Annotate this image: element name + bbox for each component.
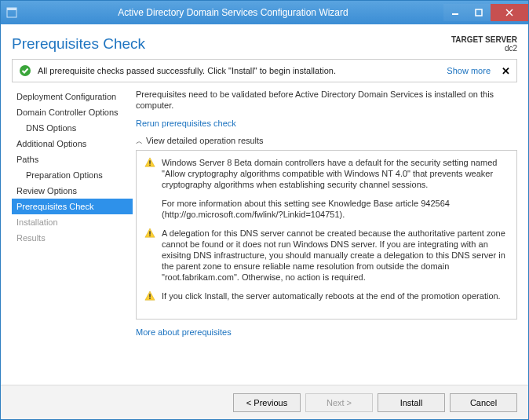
sidebar-item: Installation — [12, 214, 133, 230]
rerun-link[interactable]: Rerun prerequisites check — [136, 119, 517, 128]
footer: < Previous Next > Install Cancel — [1, 385, 528, 419]
svg-rect-11 — [149, 294, 150, 297]
svg-rect-3 — [476, 9, 482, 16]
sidebar-item[interactable]: Deployment Configuration — [12, 89, 133, 104]
maximize-button[interactable] — [467, 4, 491, 21]
show-more-link[interactable]: Show more — [447, 66, 491, 75]
sidebar-item: Results — [12, 230, 133, 246]
success-icon — [19, 64, 31, 77]
sidebar-item[interactable]: Review Options — [12, 183, 133, 199]
svg-rect-12 — [149, 298, 150, 299]
status-message: All prerequisite checks passed successfu… — [38, 66, 440, 75]
intro-text: Prerequisites need to be validated befor… — [136, 89, 517, 111]
content-area: Prerequisites Check TARGET SERVER dc2 Al… — [1, 24, 528, 385]
sidebar-item[interactable]: Preparation Options — [12, 167, 133, 183]
svg-rect-9 — [149, 231, 150, 234]
warning-text: Windows Server 8 Beta domain controllers… — [162, 157, 509, 220]
svg-rect-1 — [7, 8, 16, 10]
next-button: Next > — [305, 393, 373, 412]
close-button[interactable] — [491, 4, 528, 21]
sidebar-item[interactable]: Paths — [12, 152, 133, 167]
warning-text: If you click Install, the server automat… — [162, 290, 509, 301]
warning-item: Windows Server 8 Beta domain controllers… — [144, 157, 509, 220]
results-box: Windows Server 8 Beta domain controllers… — [136, 150, 517, 320]
cancel-button[interactable]: Cancel — [450, 393, 517, 412]
header-row: Prerequisites Check TARGET SERVER dc2 — [12, 32, 517, 59]
sidebar-item[interactable]: Additional Options — [12, 136, 133, 152]
svg-rect-10 — [149, 236, 150, 236]
sidebar-item[interactable]: Domain Controller Options — [12, 104, 133, 120]
page-title: Prerequisites Check — [12, 35, 145, 53]
previous-button[interactable]: < Previous — [233, 393, 301, 412]
minimize-button[interactable] — [443, 4, 467, 21]
chevron-up-icon: ︿ — [136, 137, 143, 145]
more-about-link[interactable]: More about prerequisites — [136, 327, 517, 337]
warning-item: If you click Install, the server automat… — [144, 290, 509, 301]
warning-icon — [144, 228, 155, 239]
warning-icon — [144, 157, 155, 168]
view-results-label: View detailed operation results — [146, 136, 264, 145]
install-button[interactable]: Install — [378, 393, 445, 412]
target-server: TARGET SERVER dc2 — [451, 35, 517, 53]
window-controls — [443, 4, 528, 21]
warning-text: A delegation for this DNS server cannot … — [162, 228, 509, 283]
status-close-button[interactable]: ✕ — [502, 65, 510, 77]
main-panel: Prerequisites need to be validated befor… — [136, 89, 517, 385]
warning-item: A delegation for this DNS server cannot … — [144, 228, 509, 283]
window-title: Active Directory Domain Services Configu… — [23, 7, 443, 18]
app-icon — [1, 6, 23, 19]
sidebar-item[interactable]: DNS Options — [12, 120, 133, 136]
body-row: Deployment ConfigurationDomain Controlle… — [12, 89, 517, 385]
svg-rect-7 — [149, 160, 150, 163]
sidebar-item[interactable]: Prerequisites Check — [12, 199, 133, 214]
svg-rect-8 — [149, 165, 150, 166]
status-bar: All prerequisite checks passed successfu… — [12, 59, 517, 82]
titlebar: Active Directory Domain Services Configu… — [1, 1, 528, 24]
warning-icon — [144, 290, 155, 301]
sidebar: Deployment ConfigurationDomain Controlle… — [12, 89, 136, 385]
view-results-toggle[interactable]: ︿View detailed operation results — [136, 136, 517, 147]
target-server-value: dc2 — [451, 44, 517, 53]
target-server-label: TARGET SERVER — [451, 35, 517, 44]
